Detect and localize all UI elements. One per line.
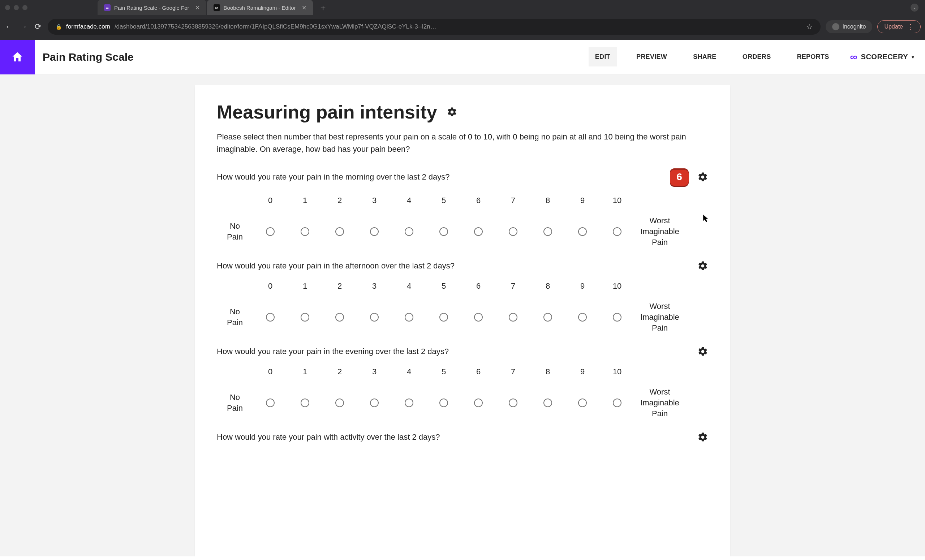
- window-min-dot[interactable]: [14, 5, 19, 10]
- scale-right-label: Worst Imaginable Pain: [634, 215, 685, 247]
- rating-radio[interactable]: [370, 399, 379, 407]
- question-settings-button[interactable]: [698, 172, 708, 182]
- rating-radio[interactable]: [613, 227, 622, 236]
- scale-number: 10: [613, 196, 622, 205]
- scale-left-label: NoPain: [227, 392, 243, 413]
- browser-tabs: ≡ Pain Rating Scale - Google For ✕ ∞ Boo…: [98, 0, 333, 15]
- rating-radio[interactable]: [301, 399, 309, 407]
- rating-radio[interactable]: [474, 399, 483, 407]
- nav-orders[interactable]: ORDERS: [736, 47, 777, 66]
- scale-number: 8: [545, 282, 550, 291]
- rating-radio[interactable]: [405, 313, 413, 322]
- rating-header: 012345678910: [217, 196, 708, 205]
- tab-close-icon[interactable]: ✕: [195, 5, 200, 11]
- rating-radio[interactable]: [335, 227, 344, 236]
- url-host: formfacade.com: [66, 23, 110, 30]
- nav-edit[interactable]: EDIT: [589, 47, 617, 66]
- rating-radio[interactable]: [405, 399, 413, 407]
- scale-number: 6: [476, 367, 481, 376]
- rating-radio[interactable]: [613, 313, 622, 322]
- scale-right-label: Worst Imaginable Pain: [634, 301, 685, 333]
- scale-number: 0: [268, 367, 273, 376]
- question-settings-button[interactable]: [698, 432, 708, 443]
- scale-number: 10: [613, 282, 622, 291]
- window-max-dot[interactable]: [23, 5, 27, 10]
- rating-radio[interactable]: [509, 227, 517, 236]
- nav-share[interactable]: SHARE: [687, 47, 723, 66]
- home-button[interactable]: [0, 40, 35, 74]
- rating-radio[interactable]: [578, 399, 587, 407]
- rating-radio[interactable]: [266, 227, 275, 236]
- gear-icon: [447, 107, 458, 117]
- rating-radio[interactable]: [301, 227, 309, 236]
- scale-number: 9: [580, 282, 585, 291]
- rating-radio[interactable]: [578, 227, 587, 236]
- new-tab-button[interactable]: ＋: [313, 0, 333, 15]
- window-close-dot[interactable]: [5, 5, 10, 10]
- rating-radio[interactable]: [578, 313, 587, 322]
- rating-radio[interactable]: [335, 313, 344, 322]
- url-path: /dashboard/101397753425638859326/editor/…: [114, 23, 437, 30]
- rating-radio[interactable]: [509, 313, 517, 322]
- update-button[interactable]: Update ⋮: [877, 20, 920, 33]
- nav-preview[interactable]: PREVIEW: [630, 47, 673, 66]
- rating-radio[interactable]: [474, 227, 483, 236]
- scale-number: 7: [511, 196, 515, 205]
- incognito-icon: [832, 23, 839, 30]
- rating-radio[interactable]: [405, 227, 413, 236]
- annotation-badge: 6: [670, 169, 689, 186]
- tab-title: Boobesh Ramalingam - Editor: [224, 5, 296, 11]
- form-card: Measuring pain intensity Please select t…: [195, 85, 730, 556]
- brand-mark-icon: ∞: [850, 51, 857, 63]
- rating-radio[interactable]: [544, 399, 552, 407]
- gear-icon: [698, 432, 708, 443]
- rating-radio[interactable]: [544, 313, 552, 322]
- scale-number: 1: [303, 196, 307, 205]
- scale-number: 4: [407, 196, 411, 205]
- scale-number: 4: [407, 282, 411, 291]
- rating-radio[interactable]: [370, 313, 379, 322]
- chevron-down-icon[interactable]: ⌄: [911, 4, 919, 12]
- tab-title: Pain Rating Scale - Google For: [114, 5, 189, 11]
- window-controls: [0, 2, 33, 13]
- scale-number: 5: [441, 282, 446, 291]
- scale-number: 0: [268, 196, 273, 205]
- browser-tab[interactable]: ≡ Pain Rating Scale - Google For ✕: [98, 0, 206, 15]
- brand-menu[interactable]: ∞ SCORECERY ▾: [850, 51, 914, 63]
- question-text: How would you rate your pain with activi…: [217, 432, 440, 442]
- tab-close-icon[interactable]: ✕: [302, 5, 306, 11]
- rating-radio[interactable]: [439, 313, 448, 322]
- question-settings-button[interactable]: [698, 260, 708, 271]
- scale-number: 4: [407, 367, 411, 376]
- url-input[interactable]: 🔒 formfacade.com/dashboard/1013977534256…: [48, 19, 821, 35]
- rating-radio[interactable]: [439, 227, 448, 236]
- incognito-badge[interactable]: Incognito: [826, 20, 872, 33]
- rating-radio[interactable]: [266, 399, 275, 407]
- browser-tab[interactable]: ∞ Boobesh Ramalingam - Editor ✕: [207, 0, 313, 15]
- rating-radio[interactable]: [613, 399, 622, 407]
- question-settings-button[interactable]: [698, 346, 708, 357]
- rating-radio[interactable]: [544, 227, 552, 236]
- scale-number: 9: [580, 367, 585, 376]
- rating-radio[interactable]: [301, 313, 309, 322]
- home-icon: [11, 51, 24, 63]
- rating-radio[interactable]: [439, 399, 448, 407]
- back-button[interactable]: ←: [5, 22, 14, 32]
- rating-radio[interactable]: [335, 399, 344, 407]
- caret-down-icon: ▾: [911, 54, 914, 60]
- rating-radio[interactable]: [266, 313, 275, 322]
- gear-icon: [698, 260, 708, 271]
- scale-number: 8: [545, 196, 550, 205]
- forward-button[interactable]: →: [19, 22, 28, 32]
- rating-radio[interactable]: [370, 227, 379, 236]
- rating-radio[interactable]: [474, 313, 483, 322]
- header-nav: EDIT PREVIEW SHARE ORDERS REPORTS: [589, 47, 836, 66]
- rating-radio[interactable]: [509, 399, 517, 407]
- scale-number: 2: [337, 367, 342, 376]
- section-settings-button[interactable]: [447, 107, 458, 117]
- star-icon[interactable]: ☆: [806, 23, 813, 31]
- reload-button[interactable]: ⟳: [33, 22, 43, 32]
- gear-icon: [698, 172, 708, 182]
- nav-reports[interactable]: REPORTS: [790, 47, 835, 66]
- scale-number: 5: [441, 367, 446, 376]
